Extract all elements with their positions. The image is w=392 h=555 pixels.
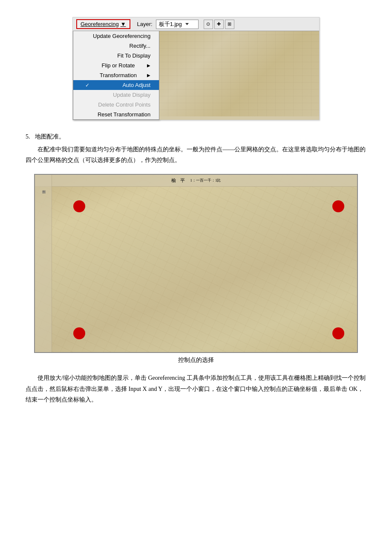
toolbar-icons: ⊙ ✚ ⊞	[204, 20, 234, 29]
menu-label-transformation: Transformation	[100, 72, 137, 78]
window-icon: ⊞	[228, 21, 231, 27]
menu-area: Update Georeferencing Rectify... Fit To …	[73, 31, 319, 120]
checkmark-update-display	[85, 92, 91, 98]
layer-dropdown-arrow	[185, 23, 189, 25]
icon-zoom[interactable]: ✚	[214, 20, 224, 29]
icon-rotation[interactable]: ⊙	[204, 20, 213, 29]
section-number: 5.	[26, 133, 30, 140]
checkmark-update-georef	[85, 33, 91, 39]
menu-item-update-display: Update Display	[73, 90, 159, 100]
menu-label-fit: Fit To Display	[117, 52, 150, 59]
menu-label-rectify: Rectify...	[130, 43, 151, 49]
checkmark-reset	[85, 112, 91, 118]
checkmark-flip	[85, 63, 91, 69]
checkmark-delete-control	[85, 102, 91, 108]
map-title: 榆 平	[171, 177, 187, 184]
dropdown-menu: Update Georeferencing Rectify... Fit To …	[73, 31, 159, 120]
toolbar-row: Georeferencing ▼ Layer: 板千1.jpg ⊙ ✚ ⊞	[73, 17, 319, 31]
layer-value: 板千1.jpg	[159, 20, 182, 28]
layer-label: Layer:	[137, 21, 153, 27]
menu-item-update-georef[interactable]: Update Georeferencing	[73, 31, 159, 41]
map-figure: 榆 平 1：一百一千：1比 图例	[34, 174, 358, 353]
map-content	[159, 31, 319, 116]
menu-label-reset: Reset Transformation	[98, 111, 150, 118]
map-scale: 1：一百一千：1比	[190, 178, 221, 183]
rotation-icon: ⊙	[206, 21, 210, 27]
icon-window[interactable]: ⊞	[225, 20, 234, 29]
section-5: 5. 地图配准。 在配准中我们需要知道均匀分布于地图的特殊点的坐标。一般为控件点…	[26, 133, 366, 165]
menu-item-fit-to-display[interactable]: Fit To Display	[73, 51, 159, 61]
submenu-arrow-transformation: ▶	[147, 73, 150, 78]
menu-item-transformation[interactable]: Transformation ▶	[73, 70, 159, 80]
menu-item-auto-adjust[interactable]: ✓ Auto Adjust	[73, 80, 159, 90]
screenshot-box: Georeferencing ▼ Layer: 板千1.jpg ⊙ ✚ ⊞	[72, 17, 320, 120]
checkmark-auto-adjust: ✓	[85, 82, 91, 88]
figure-container: 榆 平 1：一百一千：1比 图例 控制点的选择	[26, 174, 366, 364]
layer-dropdown[interactable]: 板千1.jpg	[156, 20, 199, 29]
georef-label: Georeferencing	[81, 21, 119, 27]
figure-caption: 控制点的选择	[178, 356, 214, 364]
checkmark-rectify	[85, 43, 91, 49]
menu-item-rectify[interactable]: Rectify...	[73, 41, 159, 51]
menu-label-delete-control: Delete Control Points	[98, 101, 150, 108]
section-title-text: 地图配准。	[35, 133, 65, 140]
menu-label-update-display: Update Display	[113, 92, 150, 98]
menu-item-flip-rotate[interactable]: Flip or Rotate ▶	[73, 61, 159, 70]
zoom-icon: ✚	[217, 21, 221, 27]
bottom-paragraph: 使用放大/缩小功能控制地图的显示，单击 Georeferencing 工具条中添…	[26, 373, 366, 405]
georef-dropdown-arrow: ▼	[121, 21, 126, 27]
section-5-title: 5. 地图配准。	[26, 133, 366, 141]
menu-item-delete-control: Delete Control Points	[73, 100, 159, 110]
checkmark-transformation	[85, 72, 91, 78]
menu-item-reset-transformation[interactable]: Reset Transformation	[73, 110, 159, 119]
menu-label-flip: Flip or Rotate	[102, 62, 135, 69]
submenu-arrow-flip: ▶	[147, 63, 150, 68]
section-5-body: 在配准中我们需要知道均匀分布于地图的特殊点的坐标。一般为控件点——公里网格的交点…	[26, 144, 366, 165]
georef-button[interactable]: Georeferencing ▼	[76, 19, 130, 29]
menu-label-update-georef: Update Georeferencing	[93, 33, 150, 39]
map-figure-inner: 榆 平 1：一百一千：1比 图例	[35, 175, 357, 352]
map-legend-left: 图例	[35, 175, 52, 352]
map-header: 榆 平 1：一百一千：1比	[35, 175, 357, 187]
map-area	[159, 31, 319, 120]
screenshot-container: Georeferencing ▼ Layer: 板千1.jpg ⊙ ✚ ⊞	[26, 17, 366, 120]
checkmark-fit	[85, 53, 91, 59]
menu-label-auto-adjust: Auto Adjust	[122, 82, 150, 88]
